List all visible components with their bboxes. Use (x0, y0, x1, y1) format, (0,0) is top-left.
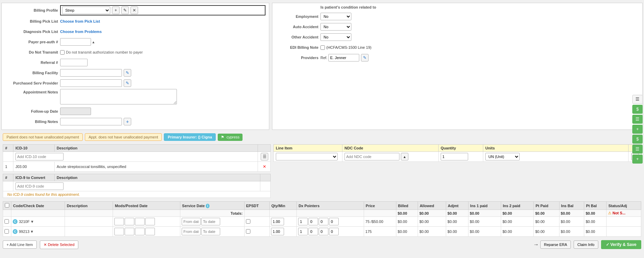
billing-row1-ins2-paid: $0.00 (501, 217, 534, 227)
billing-row1-mod1[interactable] (114, 218, 124, 225)
billing-row2-dx4[interactable] (329, 228, 339, 235)
payer-pre-auth-spinner[interactable]: ▲ (92, 40, 95, 44)
auto-accident-select[interactable]: No (320, 23, 351, 31)
icd10-table: # ICD-10 Description ☰ (3, 144, 271, 172)
icd10-hamburger-icon[interactable]: ☰ (261, 153, 268, 160)
ndc-code-spinner[interactable]: ▲ (401, 153, 408, 160)
billing-row2-mod4[interactable] (145, 228, 155, 235)
billing-row2-to-date[interactable] (201, 228, 220, 235)
billing-profile-add-icon[interactable]: + (112, 7, 120, 14)
billing-notes-add-icon[interactable]: + (124, 118, 131, 125)
referral-input[interactable] (60, 59, 88, 66)
right-panel-plus-icon-2[interactable]: + (632, 155, 643, 164)
billing-row2-dx1[interactable] (298, 228, 308, 235)
do-not-transmit-checkbox[interactable] (60, 50, 65, 55)
other-accident-label: Other Accident (276, 35, 320, 39)
billing-row1-dx2[interactable] (308, 218, 318, 225)
quantity-input[interactable] (441, 153, 468, 160)
icd10-col-code: ICD-10 (13, 145, 55, 152)
payer-pre-auth-input[interactable] (60, 38, 91, 46)
billing-row2-mods (113, 227, 180, 237)
billing-row1-dx4[interactable] (329, 218, 339, 225)
billing-col-epsdt: EPSDT (244, 202, 269, 210)
other-accident-select[interactable]: No (320, 33, 351, 41)
reparse-era-button[interactable]: Reparse ERA (540, 240, 571, 249)
employment-select[interactable]: No (320, 13, 351, 20)
billing-notes-input[interactable] (60, 118, 122, 125)
follow-up-date-input[interactable] (60, 108, 91, 115)
right-panel-dollar-icon[interactable]: $ (632, 105, 643, 114)
right-panel-hamburger-icon[interactable]: ☰ (632, 95, 643, 104)
billing-facility-edit-icon[interactable]: ✎ (124, 69, 131, 77)
service-date-info-icon: i (206, 204, 210, 208)
appointment-notes-textarea[interactable] (60, 89, 177, 104)
appt-no-unalloc-banner: Appt. does not have unallocated payment (85, 133, 162, 141)
edi-billing-note-checkbox[interactable] (320, 45, 325, 50)
billing-table-select-all[interactable] (5, 203, 9, 207)
billing-row1-checkbox[interactable] (4, 219, 9, 224)
billing-row1-from-date[interactable] (182, 218, 201, 225)
providers-edit-icon[interactable]: ✎ (361, 54, 369, 61)
billing-row2-mod3[interactable] (135, 228, 145, 235)
payer-pre-auth-label: Payer pre-auth # (5, 40, 60, 44)
primary-insurer-banner[interactable]: Primary Insurer: () Cigna (164, 133, 216, 141)
right-panel-list-icon[interactable]: ☰ (632, 115, 643, 124)
cypress-banner[interactable]: ⚑ cypress (218, 134, 242, 141)
billing-row2-checkbox[interactable] (4, 229, 9, 234)
billing-row2-from-date[interactable] (182, 228, 201, 235)
billing-totals-pt-paid: $0.00 (534, 210, 559, 217)
icd9-table: # ICD-9 to Convert Description (3, 174, 271, 198)
billing-totals-billed: $0.00 (396, 210, 418, 217)
billing-row1-mod2[interactable] (125, 218, 134, 225)
providers-ref-input[interactable] (328, 54, 359, 61)
providers-ref-label: Ref. (320, 56, 327, 60)
claim-info-button[interactable]: Claim Info (574, 240, 598, 249)
billing-row1-qty[interactable] (271, 218, 284, 225)
purchased-serv-provider-label: Purchased Serv Provider (5, 81, 60, 85)
billing-facility-input[interactable] (60, 69, 122, 77)
billing-profile-delete-icon[interactable]: ✕ (131, 7, 138, 14)
billing-row1-description (65, 217, 113, 227)
billing-row1-dx3[interactable] (319, 218, 328, 225)
billing-col-ins2-paid: Ins 2 paid (501, 202, 534, 210)
purchased-serv-provider-edit-icon[interactable]: ✎ (124, 79, 131, 87)
billing-row1-pt-paid: $0.00 (534, 217, 559, 227)
billing-row2-arrow[interactable]: ▼ (30, 229, 34, 234)
purchased-serv-provider-input[interactable] (60, 79, 122, 87)
billing-profile-select[interactable]: Strep (62, 7, 110, 14)
billing-profile-edit-icon[interactable]: ✎ (121, 7, 129, 14)
right-panel-plus-icon-1[interactable]: + (632, 125, 643, 134)
billing-row1-epsdt[interactable] (246, 219, 250, 224)
billing-col-billed: Billed (396, 202, 418, 210)
billing-row-1: C 3210F ▼ (3, 217, 641, 227)
billing-col-price: Price (364, 202, 396, 210)
billing-row2-mod1[interactable] (114, 228, 124, 235)
employment-label: Employment (276, 14, 320, 19)
ndc-code-input[interactable] (344, 153, 399, 160)
choose-from-pick-list-link[interactable]: Choose from Pick List (60, 19, 100, 23)
billing-row2-dx3[interactable] (319, 228, 328, 235)
units-select[interactable]: UN (Unit) ML F2 GR (485, 153, 520, 160)
billing-row1-mod4[interactable] (145, 218, 155, 225)
line-item-select[interactable] (276, 153, 338, 160)
billing-row2-code: 99213 (19, 229, 30, 234)
delete-selected-button[interactable]: ✕ Delete Selected (40, 240, 78, 249)
billing-col-dx-pointers: Dx Pointers (297, 202, 364, 210)
billing-row1-dx1[interactable] (298, 218, 308, 225)
billing-row1-to-date[interactable] (201, 218, 220, 225)
add-icd9-input[interactable] (15, 182, 64, 190)
billing-row2-epsdt[interactable] (246, 229, 250, 234)
add-line-item-button[interactable]: + Add Line Item (3, 240, 37, 249)
billing-row1-mod3[interactable] (135, 218, 145, 225)
billing-row2-qty[interactable] (271, 228, 284, 235)
billing-row2-mod2[interactable] (125, 228, 134, 235)
right-panel-list2-icon[interactable]: ☰ (632, 145, 643, 154)
icd10-row-code: J03.00 (13, 162, 55, 172)
choose-from-problems-link[interactable]: Choose from Problems (60, 30, 102, 34)
billing-row1-arrow[interactable]: ▼ (30, 220, 34, 224)
right-panel-dollar2-icon[interactable]: $ (632, 135, 643, 144)
add-icd10-input[interactable] (15, 153, 64, 160)
icd10-delete-icon[interactable]: ✕ (261, 163, 268, 170)
billing-row2-dx2[interactable] (308, 228, 318, 235)
verify-save-button[interactable]: ✓ Verify & Save (601, 240, 641, 249)
